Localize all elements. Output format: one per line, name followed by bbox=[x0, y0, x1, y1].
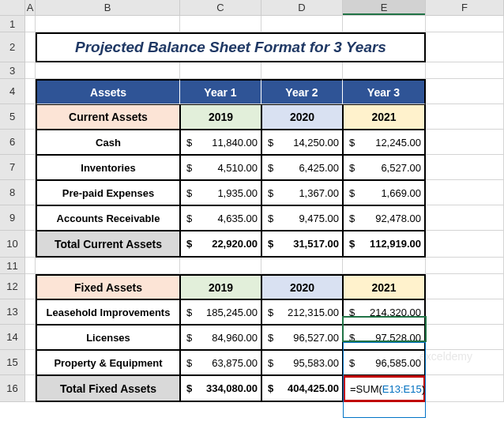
col-header-e[interactable]: E bbox=[343, 0, 426, 16]
total-ca-2021[interactable]: $112,919.00 bbox=[343, 231, 426, 258]
row-header-5[interactable]: 5 bbox=[0, 104, 25, 130]
row-header-6[interactable]: 6 bbox=[0, 130, 25, 155]
property-2021[interactable]: $96,585.00 bbox=[343, 350, 426, 375]
ca-2020-header[interactable]: 2020 bbox=[261, 104, 343, 130]
inventories-2019[interactable]: $4,510.00 bbox=[180, 155, 261, 180]
fa-2019-header[interactable]: 2019 bbox=[180, 274, 261, 299]
cell-b3[interactable] bbox=[36, 62, 180, 79]
prepaid-2019[interactable]: $1,935.00 bbox=[180, 180, 261, 205]
row-header-1[interactable]: 1 bbox=[0, 16, 25, 32]
col-header-b[interactable]: B bbox=[36, 0, 180, 16]
cell-f1[interactable] bbox=[426, 16, 504, 32]
row-header-7[interactable]: 7 bbox=[0, 155, 25, 180]
ca-2019-header[interactable]: 2019 bbox=[180, 104, 261, 130]
leasehold-label[interactable]: Leasehold Improvements bbox=[36, 299, 180, 325]
cell-a1[interactable] bbox=[25, 16, 36, 32]
cell-area[interactable]: Projected Balance Sheet Format for 3 Yea… bbox=[25, 16, 504, 402]
cash-2020[interactable]: $14,250.00 bbox=[261, 130, 343, 155]
licenses-2021[interactable]: $97,528.00 bbox=[343, 325, 426, 350]
year1-header[interactable]: Year 1 bbox=[180, 79, 261, 104]
total-fa-label[interactable]: Total Fixed Assets bbox=[36, 375, 180, 402]
ar-2020[interactable]: $9,475.00 bbox=[261, 205, 343, 231]
cell-b1[interactable] bbox=[36, 16, 180, 32]
formula-cell-e16[interactable]: =SUM(E13:E15) bbox=[343, 375, 426, 402]
row-header-13[interactable]: 13 bbox=[0, 299, 25, 325]
select-all-corner[interactable] bbox=[0, 0, 25, 16]
fa-2021-header[interactable]: 2021 bbox=[343, 274, 426, 299]
leasehold-2021[interactable]: $214,320.00 bbox=[343, 299, 426, 325]
cell-f3[interactable] bbox=[426, 62, 504, 79]
row-header-12[interactable]: 12 bbox=[0, 274, 25, 299]
total-ca-label[interactable]: Total Current Assets bbox=[36, 231, 180, 258]
prepaid-2020[interactable]: $1,367.00 bbox=[261, 180, 343, 205]
cell-a3[interactable] bbox=[25, 62, 36, 79]
cash-2021[interactable]: $12,245.00 bbox=[343, 130, 426, 155]
row-header-10[interactable]: 10 bbox=[0, 231, 25, 258]
cell-c3[interactable] bbox=[180, 62, 261, 79]
row-header-16[interactable]: 16 bbox=[0, 375, 25, 402]
licenses-label[interactable]: Licenses bbox=[36, 325, 180, 350]
cash-label[interactable]: Cash bbox=[36, 130, 180, 155]
row-header-8[interactable]: 8 bbox=[0, 180, 25, 205]
cell-e1[interactable] bbox=[343, 16, 426, 32]
property-2019[interactable]: $63,875.00 bbox=[180, 350, 261, 375]
cell-f5[interactable] bbox=[426, 104, 504, 130]
total-fa-2019[interactable]: $334,080.00 bbox=[180, 375, 261, 402]
assets-header[interactable]: Assets bbox=[36, 79, 180, 104]
ar-label[interactable]: Accounts Receivable bbox=[36, 205, 180, 231]
cell-d1[interactable] bbox=[261, 16, 343, 32]
cell-e3[interactable] bbox=[343, 62, 426, 79]
ar-2021[interactable]: $92,478.00 bbox=[343, 205, 426, 231]
licenses-2019[interactable]: $84,960.00 bbox=[180, 325, 261, 350]
year3-header[interactable]: Year 3 bbox=[343, 79, 426, 104]
prepaid-2021[interactable]: $1,669.00 bbox=[343, 180, 426, 205]
row-header-11[interactable]: 11 bbox=[0, 258, 25, 274]
row-headers: 1 2 3 4 5 6 7 8 9 10 11 12 13 14 15 16 bbox=[0, 16, 25, 402]
inventories-2020[interactable]: $6,425.00 bbox=[261, 155, 343, 180]
col-header-c[interactable]: C bbox=[180, 0, 261, 16]
cell-c1[interactable] bbox=[180, 16, 261, 32]
total-fa-2020[interactable]: $404,425.00 bbox=[261, 375, 343, 402]
row-header-9[interactable]: 9 bbox=[0, 205, 25, 231]
leasehold-2019[interactable]: $185,245.00 bbox=[180, 299, 261, 325]
spreadsheet: A B C D E F 1 2 3 4 5 6 7 8 9 10 11 12 1… bbox=[0, 0, 504, 444]
year2-header[interactable]: Year 2 bbox=[261, 79, 343, 104]
property-label[interactable]: Property & Equipment bbox=[36, 350, 180, 375]
total-ca-2020[interactable]: $31,517.00 bbox=[261, 231, 343, 258]
column-headers: A B C D E F bbox=[0, 0, 504, 16]
row-header-15[interactable]: 15 bbox=[0, 350, 25, 375]
fa-2020-header[interactable]: 2020 bbox=[261, 274, 343, 299]
row-header-3[interactable]: 3 bbox=[0, 62, 25, 79]
leasehold-2020[interactable]: $212,315.00 bbox=[261, 299, 343, 325]
fixed-assets-header[interactable]: Fixed Assets bbox=[36, 274, 180, 299]
total-ca-2019[interactable]: $22,920.00 bbox=[180, 231, 261, 258]
inventories-2021[interactable]: $6,527.00 bbox=[343, 155, 426, 180]
ca-2021-header[interactable]: 2021 bbox=[343, 104, 426, 130]
licenses-2020[interactable]: $96,527.00 bbox=[261, 325, 343, 350]
ar-2019[interactable]: $4,635.00 bbox=[180, 205, 261, 231]
col-header-a[interactable]: A bbox=[25, 0, 36, 16]
inventories-label[interactable]: Inventories bbox=[36, 155, 180, 180]
cell-f2[interactable] bbox=[426, 32, 504, 62]
row-header-14[interactable]: 14 bbox=[0, 325, 25, 350]
property-2020[interactable]: $95,583.00 bbox=[261, 350, 343, 375]
col-header-d[interactable]: D bbox=[261, 0, 343, 16]
sheet-title[interactable]: Projected Balance Sheet Format for 3 Yea… bbox=[36, 32, 426, 62]
row-header-2[interactable]: 2 bbox=[0, 32, 25, 62]
row-header-4[interactable]: 4 bbox=[0, 79, 25, 104]
cell-d3[interactable] bbox=[261, 62, 343, 79]
cell-a4[interactable] bbox=[25, 79, 36, 104]
cell-a2[interactable] bbox=[25, 32, 36, 62]
current-assets-header[interactable]: Current Assets bbox=[36, 104, 180, 130]
cell-a5[interactable] bbox=[25, 104, 36, 130]
col-header-f[interactable]: F bbox=[426, 0, 504, 16]
prepaid-label[interactable]: Pre-paid Expenses bbox=[36, 180, 180, 205]
cash-2019[interactable]: $11,840.00 bbox=[180, 130, 261, 155]
cell-f4[interactable] bbox=[426, 79, 504, 104]
